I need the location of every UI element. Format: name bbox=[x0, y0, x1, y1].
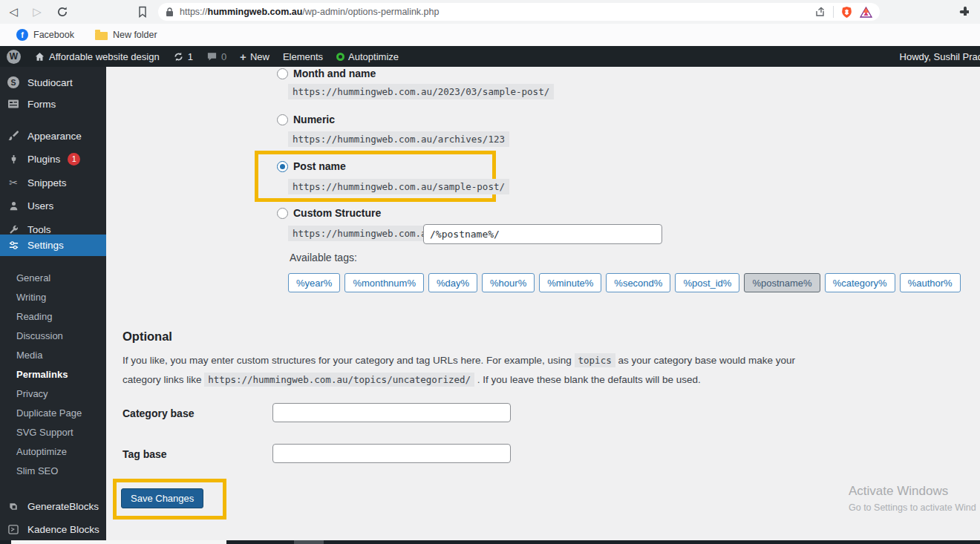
plus-icon: + bbox=[240, 50, 246, 63]
new-label: New bbox=[250, 51, 270, 62]
submenu-general[interactable]: General bbox=[0, 269, 106, 288]
radio-custom-structure[interactable] bbox=[277, 208, 288, 219]
horizontal-scrollbar[interactable] bbox=[0, 540, 980, 544]
permalink-settings-page: Month and name https://hummingweb.com.au… bbox=[106, 67, 980, 544]
submenu-writing[interactable]: Writing bbox=[0, 288, 106, 307]
comments-menu[interactable]: 0 bbox=[200, 46, 233, 67]
updates-count: 1 bbox=[188, 51, 193, 62]
scrollbar-thumb[interactable] bbox=[11, 540, 226, 544]
bat-icon[interactable] bbox=[860, 7, 872, 18]
sidebar-item-appearance[interactable]: Appearance bbox=[0, 125, 106, 146]
reload-icon[interactable] bbox=[52, 1, 73, 22]
address-bar[interactable]: https://hummingweb.com.au/wp-admin/optio… bbox=[158, 3, 880, 21]
category-base-label: Category base bbox=[122, 407, 194, 419]
kadence-blocks-icon bbox=[7, 522, 20, 536]
tag-category-button[interactable]: %category% bbox=[825, 273, 895, 292]
tag-monthnum-button[interactable]: %monthnum% bbox=[344, 273, 424, 292]
custom-structure-input[interactable] bbox=[423, 224, 662, 244]
sidebar-item-kadence-blocks[interactable]: Kadence Blocks bbox=[0, 519, 106, 540]
activate-windows-watermark: Activate Windows bbox=[849, 484, 948, 499]
tag-postname-button[interactable]: %postname% bbox=[744, 273, 820, 292]
submenu-discussion[interactable]: Discussion bbox=[0, 327, 106, 346]
settings-sliders-icon bbox=[7, 239, 20, 252]
submenu-autoptimize[interactable]: Autoptimize bbox=[0, 442, 106, 462]
bookmark-label: New folder bbox=[113, 30, 157, 40]
submenu-reading[interactable]: Reading bbox=[0, 307, 106, 327]
sidebar-item-settings[interactable]: Settings bbox=[0, 235, 106, 256]
sidebar-item-generateblocks[interactable]: GenerateBlocks bbox=[0, 496, 106, 517]
back-icon[interactable]: ◁ bbox=[3, 1, 24, 22]
permalink-example: https://hummingweb.com.au/sample-post/ bbox=[288, 179, 509, 194]
lock-icon bbox=[166, 7, 174, 17]
folder-icon bbox=[95, 32, 108, 40]
url-text: https://hummingweb.com.au/wp-admin/optio… bbox=[180, 7, 439, 17]
sidebar-item-forms[interactable]: Forms bbox=[0, 94, 106, 114]
radio-month-and-name[interactable] bbox=[277, 68, 288, 79]
category-base-input[interactable] bbox=[272, 403, 511, 422]
tag-author-button[interactable]: %author% bbox=[900, 273, 961, 292]
sidebar-item-studiocart[interactable]: S Studiocart bbox=[0, 72, 106, 93]
bookmark-new-folder[interactable]: New folder bbox=[95, 30, 157, 40]
facebook-icon: f bbox=[16, 29, 28, 41]
tag-base-input[interactable] bbox=[272, 444, 511, 463]
site-menu[interactable]: Affordable website design bbox=[27, 46, 166, 67]
plugins-update-badge: 1 bbox=[68, 153, 80, 166]
bookmark-label: Facebook bbox=[33, 30, 74, 40]
permalink-example: https://hummingweb.com.au/2023/03/sample… bbox=[288, 84, 554, 99]
wordpress-icon: W bbox=[7, 50, 21, 64]
elements-menu[interactable]: Elements bbox=[276, 46, 330, 67]
updates-icon bbox=[173, 51, 184, 62]
tag-day-button[interactable]: %day% bbox=[428, 273, 477, 292]
wp-admin-bar: W Affordable website design 1 0 + New El… bbox=[0, 46, 980, 67]
new-menu[interactable]: + New bbox=[233, 46, 276, 67]
submenu-permalinks[interactable]: Permalinks bbox=[0, 365, 106, 384]
sidebar-item-snippets[interactable]: ✂ Snippets bbox=[0, 172, 106, 193]
tag-minute-button[interactable]: %minute% bbox=[539, 273, 601, 292]
option-label: Month and name bbox=[293, 68, 376, 79]
autoptimize-menu[interactable]: Autoptimize bbox=[330, 46, 405, 67]
bookmark-facebook[interactable]: f Facebook bbox=[16, 29, 74, 41]
radio-post-name[interactable] bbox=[277, 161, 288, 172]
submenu-privacy[interactable]: Privacy bbox=[0, 384, 106, 404]
option-label: Custom Structure bbox=[293, 207, 381, 219]
appearance-brush-icon bbox=[7, 129, 20, 142]
updates-menu[interactable]: 1 bbox=[166, 46, 200, 67]
comments-count: 0 bbox=[221, 51, 226, 62]
submenu-svg-support[interactable]: SVG Support bbox=[0, 423, 106, 442]
tag-hour-button[interactable]: %hour% bbox=[482, 273, 535, 292]
submenu-slim-seo[interactable]: Slim SEO bbox=[0, 462, 106, 481]
option-label: Numeric bbox=[293, 114, 335, 125]
wp-sidebar: S Studiocart Forms Appearance Plugins 1 … bbox=[0, 67, 106, 540]
howdy-account-menu[interactable]: Howdy, Sushil Prad bbox=[900, 46, 980, 67]
scissors-icon: ✂ bbox=[7, 176, 20, 189]
brave-shield-icon[interactable] bbox=[840, 6, 853, 19]
topics-code: topics bbox=[575, 353, 615, 367]
tag-year-button[interactable]: %year% bbox=[288, 273, 340, 292]
permalink-example: https://hummingweb.com.au/archives/123 bbox=[288, 131, 509, 147]
generateblocks-icon bbox=[7, 499, 20, 513]
share-icon[interactable] bbox=[814, 6, 826, 18]
forward-icon[interactable]: ▷ bbox=[27, 1, 48, 22]
browser-toolbar: ◁ ▷ https://hummingweb.com.au/wp-admin/o… bbox=[0, 0, 980, 24]
save-changes-button[interactable]: Save Changes bbox=[121, 488, 203, 508]
activate-windows-subtext: Go to Settings to activate Wind bbox=[849, 502, 976, 513]
reload-glyph bbox=[56, 6, 68, 18]
sidebar-item-plugins[interactable]: Plugins 1 bbox=[0, 148, 106, 169]
wp-logo-menu[interactable]: W bbox=[0, 46, 27, 67]
forms-icon bbox=[7, 97, 20, 111]
optional-description: If you like, you may enter custom struct… bbox=[122, 351, 828, 390]
scrollbar-segment bbox=[294, 540, 324, 544]
studiocart-icon: S bbox=[7, 76, 20, 89]
bookmark-panel-icon[interactable] bbox=[132, 1, 153, 22]
submenu-media[interactable]: Media bbox=[0, 346, 106, 365]
plugins-icon bbox=[7, 152, 20, 166]
sidebar-item-users[interactable]: Users bbox=[0, 195, 106, 216]
extensions-icon[interactable] bbox=[959, 6, 971, 21]
available-tags-row: %year% %monthnum% %day% %hour% %minute% … bbox=[288, 273, 965, 292]
radio-numeric[interactable] bbox=[277, 114, 288, 125]
tag-second-button[interactable]: %second% bbox=[606, 273, 670, 292]
available-tags-label: Available tags: bbox=[290, 252, 357, 263]
comments-icon bbox=[206, 51, 218, 62]
tag-post-id-button[interactable]: %post_id% bbox=[675, 273, 739, 292]
submenu-duplicate-page[interactable]: Duplicate Page bbox=[0, 404, 106, 423]
